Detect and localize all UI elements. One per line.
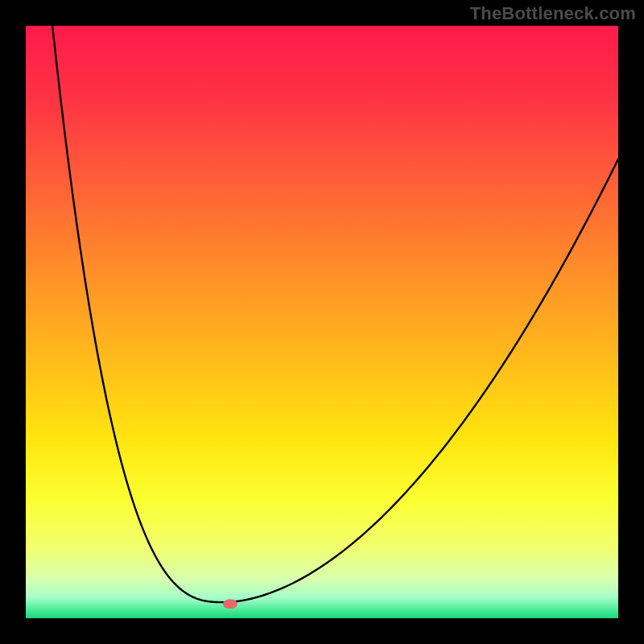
current-config-marker xyxy=(223,599,237,609)
watermark-text: TheBottleneck.com xyxy=(470,3,636,24)
chart-svg xyxy=(26,26,618,618)
plot-area xyxy=(26,26,618,618)
chart-frame: TheBottleneck.com xyxy=(0,0,644,644)
